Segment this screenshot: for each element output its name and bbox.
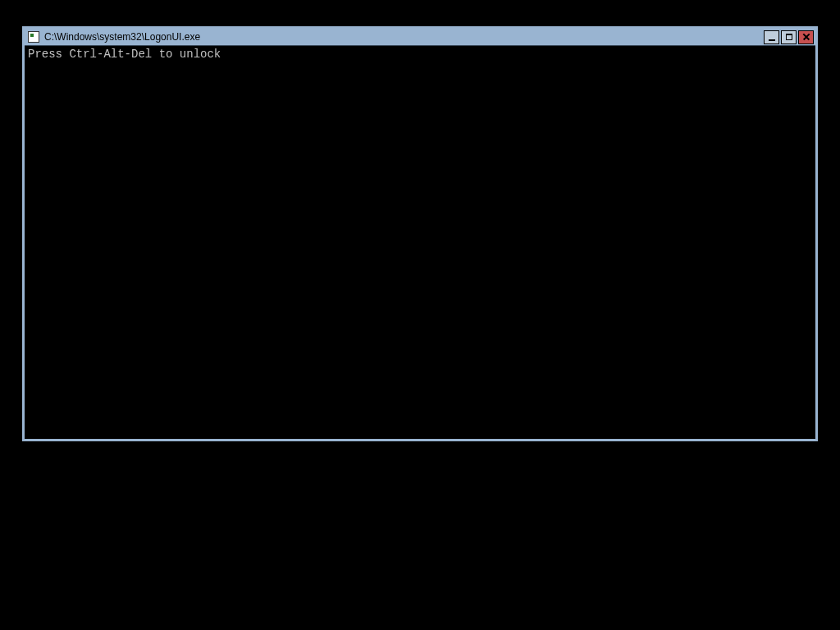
close-icon <box>802 33 810 41</box>
minimize-icon <box>769 39 775 41</box>
maximize-icon <box>786 34 792 40</box>
window-title: C:\Windows\system32\LogonUI.exe <box>44 29 764 45</box>
minimize-button[interactable] <box>764 30 779 44</box>
window-controls <box>764 30 814 44</box>
console-line: Press Ctrl-Alt-Del to unlock <box>28 48 812 61</box>
titlebar[interactable]: C:\Windows\system32\LogonUI.exe <box>25 29 815 45</box>
close-button[interactable] <box>798 30 814 44</box>
console-output: Press Ctrl-Alt-Del to unlock <box>25 45 815 439</box>
app-icon <box>28 31 39 43</box>
console-window: C:\Windows\system32\LogonUI.exe Press Ct… <box>22 26 818 441</box>
maximize-button[interactable] <box>781 30 797 44</box>
